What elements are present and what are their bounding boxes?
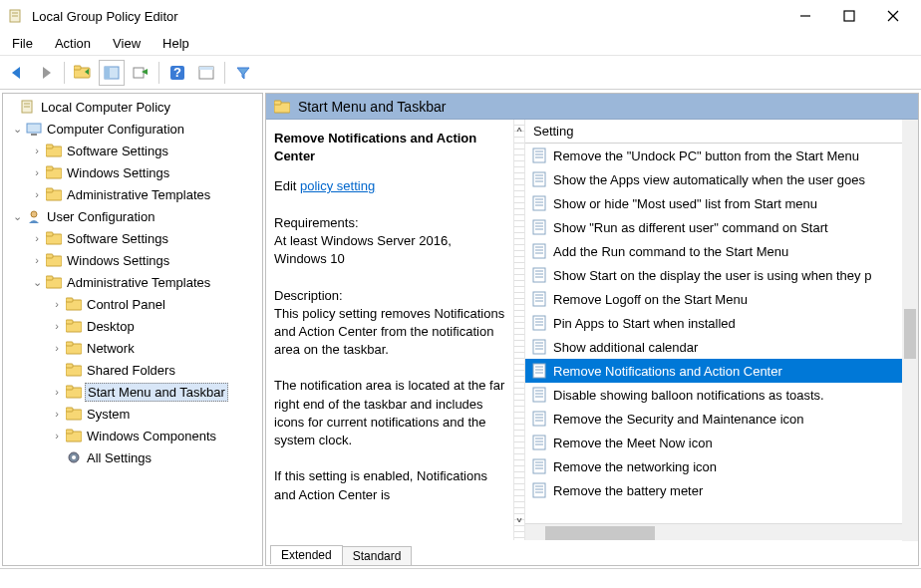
back-button[interactable] — [4, 60, 30, 86]
collapse-icon[interactable]: ⌄ — [11, 210, 23, 223]
setting-item[interactable]: Show "Run as different user" command on … — [525, 215, 918, 239]
pane-title: Start Menu and Taskbar — [298, 99, 446, 115]
tree-cc-admin[interactable]: Administrative Templates — [65, 186, 212, 203]
collapse-icon[interactable]: ⌄ — [11, 123, 23, 136]
expand-icon[interactable]: › — [51, 430, 63, 441]
tree-network[interactable]: Network — [85, 340, 137, 357]
expand-icon[interactable]: › — [31, 166, 43, 178]
tree-cc-windows[interactable]: Windows Settings — [65, 164, 171, 181]
setting-item[interactable]: Remove Notifications and Action Center — [525, 359, 918, 383]
show-hide-tree-button[interactable] — [99, 60, 125, 86]
console-tree[interactable]: Local Computer Policy ⌄Computer Configur… — [2, 93, 263, 566]
scrollbar-thumb[interactable] — [545, 526, 655, 540]
collapse-icon[interactable]: ⌄ — [31, 276, 43, 289]
setting-item[interactable]: Show the Apps view automatically when th… — [525, 167, 918, 191]
description-p3: If this setting is enabled, Notification… — [274, 467, 505, 503]
menu-help[interactable]: Help — [162, 36, 189, 51]
setting-item[interactable]: Remove the Meet Now icon — [525, 431, 918, 454]
tree-windows-components[interactable]: Windows Components — [85, 428, 218, 444]
setting-item[interactable]: Show Start on the display the user is us… — [525, 263, 918, 287]
help-button[interactable]: ? — [164, 60, 190, 86]
expand-icon[interactable]: › — [51, 298, 63, 310]
tree-control-panel[interactable]: Control Panel — [85, 296, 167, 313]
description-p2: The notification area is located at the … — [274, 377, 505, 449]
setting-item[interactable]: Disable showing balloon notifications as… — [525, 383, 918, 407]
folder-icon — [66, 340, 82, 356]
expand-icon[interactable]: › — [51, 386, 63, 398]
setting-item[interactable]: Pin Apps to Start when installed — [525, 311, 918, 335]
setting-label: Remove Logoff on the Start Menu — [553, 292, 748, 307]
tree-computer-config[interactable]: Computer Configuration — [45, 121, 186, 138]
setting-label: Pin Apps to Start when installed — [553, 316, 736, 331]
folder-icon — [46, 186, 62, 202]
scroll-down-icon[interactable]: ˅ — [515, 516, 523, 535]
tree-uc-windows[interactable]: Windows Settings — [65, 252, 171, 269]
scroll-up-icon[interactable]: ˄ — [515, 126, 523, 145]
pane-header: Start Menu and Taskbar — [266, 94, 918, 120]
policy-icon — [531, 291, 547, 307]
expand-icon[interactable]: › — [31, 232, 43, 244]
close-button[interactable] — [873, 2, 913, 30]
vertical-scrollbar[interactable] — [902, 120, 918, 541]
setting-item[interactable]: Show or hide "Most used" list from Start… — [525, 191, 918, 215]
setting-item[interactable]: Remove the Security and Maintenance icon — [525, 407, 918, 431]
setting-item[interactable]: Add the Run command to the Start Menu — [525, 239, 918, 263]
scrollbar-thumb[interactable] — [904, 309, 916, 359]
column-header-setting[interactable]: Setting — [525, 120, 918, 144]
setting-item[interactable]: Show additional calendar — [525, 335, 918, 359]
properties-button[interactable] — [193, 60, 219, 86]
setting-label: Remove the Meet Now icon — [553, 436, 713, 450]
menu-action[interactable]: Action — [55, 36, 91, 51]
tab-extended[interactable]: Extended — [270, 545, 343, 564]
expand-icon[interactable]: › — [31, 188, 43, 200]
expand-icon[interactable]: › — [51, 320, 63, 332]
folder-icon — [274, 99, 290, 115]
setting-label: Disable showing balloon notifications as… — [553, 388, 824, 403]
setting-item[interactable]: Remove Logoff on the Start Menu — [525, 287, 918, 311]
folder-icon — [46, 164, 62, 180]
tree-all-settings[interactable]: All Settings — [85, 449, 154, 466]
svg-rect-17 — [134, 68, 144, 78]
policy-icon — [531, 315, 547, 331]
policy-icon — [531, 339, 547, 355]
expand-icon[interactable]: › — [31, 254, 43, 266]
setting-label: Remove the "Undock PC" button from the S… — [553, 148, 859, 163]
expand-icon[interactable]: › — [51, 342, 63, 354]
horizontal-scrollbar[interactable] — [525, 523, 918, 541]
export-button[interactable] — [128, 60, 154, 86]
splitter[interactable]: ˄ ˅ — [513, 120, 525, 541]
separator — [158, 62, 159, 84]
setting-label: Remove the battery meter — [553, 483, 703, 498]
policy-icon — [531, 458, 547, 474]
maximize-button[interactable] — [829, 2, 869, 30]
policy-icon — [531, 363, 547, 379]
menu-view[interactable]: View — [113, 36, 141, 51]
folder-icon — [46, 143, 62, 158]
minimize-button[interactable] — [785, 2, 825, 30]
forward-button[interactable] — [33, 60, 59, 86]
tree-shared-folders[interactable]: Shared Folders — [85, 362, 177, 379]
tree-desktop[interactable]: Desktop — [85, 318, 137, 335]
tree-uc-admin[interactable]: Administrative Templates — [65, 274, 212, 291]
setting-item[interactable]: Remove the "Undock PC" button from the S… — [525, 144, 918, 167]
description-pane: Remove Notifications and Action Center E… — [266, 120, 513, 541]
edit-prefix: Edit — [274, 178, 300, 193]
menu-file[interactable]: File — [12, 36, 33, 51]
setting-item[interactable]: Remove the battery meter — [525, 478, 918, 502]
tree-root[interactable]: Local Computer Policy — [39, 99, 172, 116]
up-button[interactable] — [70, 60, 96, 86]
setting-label: Remove Notifications and Action Center — [553, 364, 782, 379]
tree-user-config[interactable]: User Configuration — [45, 208, 156, 225]
tab-standard[interactable]: Standard — [342, 546, 413, 565]
filter-button[interactable] — [230, 60, 256, 86]
tree-uc-software[interactable]: Software Settings — [65, 230, 170, 247]
expand-icon[interactable]: › — [31, 145, 43, 156]
tree-cc-software[interactable]: Software Settings — [65, 143, 170, 159]
tree-start-menu-taskbar[interactable]: Start Menu and Taskbar — [85, 383, 228, 402]
folder-icon — [46, 252, 62, 268]
edit-policy-link[interactable]: policy setting — [300, 178, 375, 193]
expand-icon[interactable]: › — [51, 408, 63, 420]
tree-system[interactable]: System — [85, 406, 132, 423]
settings-icon — [66, 449, 82, 465]
setting-item[interactable]: Remove the networking icon — [525, 454, 918, 478]
